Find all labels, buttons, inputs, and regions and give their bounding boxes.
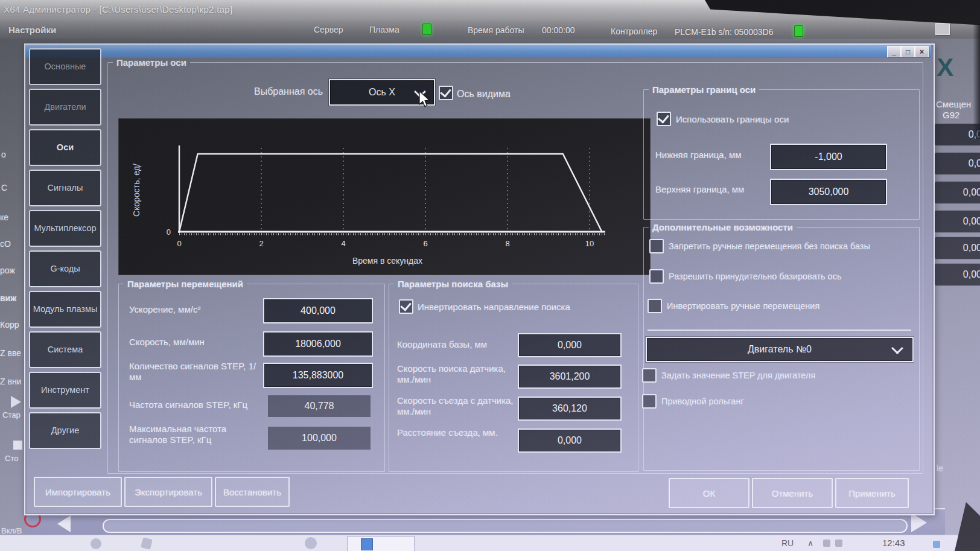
bg-text-fragment: Корр [0, 320, 19, 330]
extra-options-group-title: Дополнительные возможности [649, 222, 797, 232]
settings-window-title: Настройки [8, 25, 56, 35]
force-home-label: Разрешить принудительно базировать ось [669, 272, 913, 282]
roller-checkbox[interactable] [642, 394, 657, 409]
use-limits-checkbox[interactable] [657, 112, 671, 126]
sidebar-item-axes[interactable]: Оси [29, 129, 101, 166]
sidebar-item-motors[interactable]: Двигатели [29, 89, 101, 126]
probe-speed-input[interactable]: 3601,200 [518, 365, 622, 389]
g92-value-cell: 0,0 [934, 152, 980, 175]
cancel-button[interactable]: Отменить [752, 478, 833, 508]
axis-visible-label: Ось видима [457, 89, 511, 100]
stop-icon[interactable] [13, 441, 22, 450]
bg-text-fragment: рож [0, 266, 15, 275]
forbid-manual-label: Запретить ручные перемещения без поиска … [669, 241, 913, 252]
home-position-input[interactable]: 0,000 [518, 333, 622, 357]
sidebar-item-other[interactable]: Другие [29, 412, 101, 449]
upper-limit-label: Верхняя граница, мм [655, 184, 770, 195]
scrollbar-thumb[interactable] [103, 519, 908, 533]
start-icon[interactable] [11, 396, 21, 408]
g92-value-cell: 0,00 [934, 181, 980, 204]
step-frequency-value: 40,778 [268, 395, 371, 417]
bg-text-fragment: C [1, 183, 7, 193]
force-home-checkbox[interactable] [649, 269, 664, 284]
minimize-button[interactable]: _ [887, 46, 901, 57]
controller-value: PLCM-E1b s/n: 050003D6 [675, 27, 773, 37]
app-icon [361, 538, 373, 550]
forbid-manual-checkbox[interactable] [649, 239, 664, 253]
tray-icon[interactable] [823, 540, 830, 547]
taskbar-icon[interactable] [305, 537, 317, 549]
start-button-label: Стар [2, 410, 21, 419]
controller-label: Контроллер [611, 27, 657, 36]
dialog-titlebar[interactable]: _ □ × [25, 45, 931, 58]
invert-search-label: Инвертировать направление поиска [418, 302, 617, 313]
g92-column-header: Смещен [936, 99, 971, 109]
tray-expand-icon[interactable]: ∧ [807, 538, 813, 548]
bg-text-fragment: ке [0, 212, 8, 222]
close-button[interactable]: × [915, 46, 929, 57]
homing-parameters-group-title: Параметры поиска базы [394, 279, 512, 289]
language-indicator[interactable]: RU [781, 538, 794, 548]
step-override-label: Задать значение STEP для двигателя [661, 371, 903, 381]
bg-text-fragment: Z вве [0, 348, 21, 358]
svg-text:Время в секундах: Время в секундах [352, 256, 422, 266]
clock[interactable]: 12:43 [882, 538, 905, 548]
sidebar-item-signals[interactable]: Сигналы [29, 170, 101, 206]
probe-retract-speed-label: Скорость съезда с датчика, мм./мин [397, 395, 515, 416]
step-override-checkbox[interactable] [642, 368, 657, 383]
selected-axis-label: Выбранная ось [235, 86, 323, 98]
motor-select[interactable]: Двигатель №0 [646, 337, 914, 362]
max-step-frequency-value: 100,000 [268, 427, 371, 450]
svg-text:4: 4 [341, 239, 345, 248]
acceleration-input[interactable]: 400,000 [263, 298, 373, 323]
stop-button-label: Сто [5, 454, 18, 463]
speed-input[interactable]: 18006,000 [263, 331, 373, 357]
probe-speed-label: Скорость поиска датчика, мм./мин [397, 363, 515, 384]
axis-visible-checkbox[interactable] [439, 86, 453, 100]
photo-dark-edge [973, 24, 980, 139]
bg-text-fragment: cO [0, 239, 11, 249]
g92-value-cell: 0,00 [934, 237, 980, 260]
step-count-input[interactable]: 135,883000 [263, 363, 373, 388]
taskbar-icon[interactable] [141, 537, 153, 550]
g92-column-header-line2: G92 [943, 110, 959, 120]
plasma-status-label: Плазма [369, 25, 399, 34]
tray-icon[interactable] [835, 540, 842, 547]
header-window-button[interactable] [935, 23, 950, 35]
use-limits-label: Использовать границы оси [676, 114, 845, 125]
sidebar-item-main[interactable]: Основные [29, 48, 101, 85]
tray-icon[interactable] [933, 541, 940, 548]
sidebar-item-multiplexer[interactable]: Мультиплексор [29, 210, 101, 247]
sidebar-item-gcodes[interactable]: G-коды [29, 250, 101, 287]
motion-parameters-group-title: Параметры перемещений [124, 279, 247, 289]
svg-text:Скорость, ед/: Скорость, ед/ [132, 164, 141, 217]
taskbar-icon[interactable] [91, 538, 101, 549]
sidebar-item-system[interactable]: Система [29, 331, 101, 368]
invert-manual-checkbox[interactable] [648, 299, 662, 313]
bg-text-fragment: o [1, 150, 6, 159]
svg-text:0: 0 [167, 228, 171, 237]
export-button[interactable]: Экспортировать [124, 477, 212, 507]
uptime-label: Время работы [468, 25, 524, 35]
invert-search-checkbox[interactable] [399, 299, 413, 314]
scroll-right-arrow-icon[interactable] [911, 513, 927, 532]
controller-status-led [794, 25, 803, 37]
photographed-screen: Х64 Администратор - [C:\Users\user\Deskt… [0, 0, 980, 551]
upper-limit-input[interactable]: 3050,000 [770, 179, 887, 205]
divider [648, 330, 911, 331]
import-button[interactable]: Импортировать [34, 477, 122, 507]
apply-button[interactable]: Применить [835, 478, 909, 508]
axis-limits-group-title: Параметры границ оси [649, 84, 759, 95]
taskbar-active-app[interactable] [347, 536, 415, 551]
ok-button[interactable]: ОК [669, 478, 749, 508]
photo-bezel-corner [955, 502, 980, 551]
lower-limit-input[interactable]: -1,000 [770, 144, 887, 170]
sidebar-item-plasma-module[interactable]: Модуль плазмы [29, 291, 101, 328]
restore-button[interactable]: Восстановить [215, 477, 290, 507]
maximize-button[interactable]: □ [901, 46, 915, 57]
roller-label: Приводной рольганг [661, 397, 903, 407]
retract-distance-input[interactable]: 0,000 [518, 428, 622, 453]
sidebar-item-tool[interactable]: Инструмент [29, 372, 101, 409]
scroll-left-arrow-icon[interactable] [57, 515, 71, 532]
probe-retract-speed-input[interactable]: 360,120 [518, 397, 622, 421]
